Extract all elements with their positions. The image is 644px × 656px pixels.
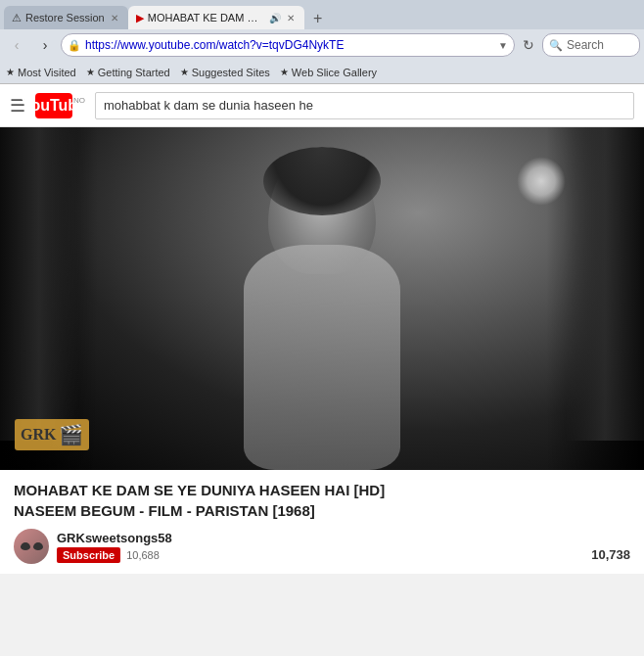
tab-youtube-close[interactable]: ✕ [285,12,297,24]
bookmarks-bar: ★ Most Visited ★ Getting Started ★ Sugge… [0,61,644,84]
bookmark-star-icon-2: ★ [86,67,95,77]
channel-avatar[interactable] [14,529,49,564]
browser-search-bar[interactable]: 🔍 Search [542,33,640,57]
yt-logo-no-text: NO [73,96,85,105]
video-title-line2: NASEEM BEGUM - FILM - PARISTAN [1968] [14,502,315,519]
channel-name-wrap: GRKsweetsongs58 Subscribe 10,688 [57,531,172,563]
watermark: GRK 🎬 [15,419,89,450]
yt-logo[interactable]: You Tube NO [35,93,85,118]
video-title-line1: MOHABAT KE DAM SE YE DUNIYA HASEEN HAI [… [14,482,385,498]
bookmark-star-icon-4: ★ [280,67,289,77]
refresh-button[interactable]: ↻ [518,34,539,56]
subscribe-row: Subscribe 10,688 [57,547,172,563]
browser-chrome: ⚠ Restore Session ✕ ▶ MOHABAT KE DAM SE … [0,0,644,84]
bookmark-most-visited[interactable]: ★ Most Visited [6,67,76,78]
nav-bar: ‹ › 🔒 https://www.youtube.com/watch?v=tq… [0,29,644,61]
tab-youtube[interactable]: ▶ MOHABAT KE DAM SE ... 🔊 ✕ [128,6,304,29]
watermark-film-icon: 🎬 [59,423,83,446]
address-bar[interactable]: 🔒 https://www.youtube.com/watch?v=tqvDG4… [61,33,515,57]
bookmark-getting-started[interactable]: ★ Getting Started [86,67,170,78]
tab-bar: ⚠ Restore Session ✕ ▶ MOHABAT KE DAM SE … [0,0,644,29]
restore-warning-icon: ⚠ [12,12,22,24]
bookmark-star-icon-3: ★ [180,67,189,77]
video-title: MOHABAT KE DAM SE YE DUNIYA HASEEN HAI [… [14,480,630,521]
bookmark-suggested-sites[interactable]: ★ Suggested Sites [180,67,270,78]
channel-row: GRKsweetsongs58 Subscribe 10,688 10,738 [14,529,630,564]
address-text: https://www.youtube.com/watch?v=tqvDG4Ny… [85,38,494,52]
youtube-page: ☰ You Tube NO [0,84,644,574]
moon-glow [517,157,566,206]
speaker-icon[interactable]: 🔊 [269,13,281,23]
bookmark-web-slice-label: Web Slice Gallery [292,67,377,78]
tab-restore-label: Restore Session [25,12,105,23]
bookmark-most-visited-label: Most Visited [18,67,76,78]
youtube-tab-icon: ▶ [136,12,144,24]
subscriber-count: 10,688 [126,549,160,561]
browser-search-icon: 🔍 [549,39,563,52]
video-placeholder [0,127,644,470]
channel-name[interactable]: GRKsweetsongs58 [57,531,172,545]
address-dropdown-icon[interactable]: ▼ [498,40,508,51]
bookmark-star-icon-1: ★ [6,67,15,77]
new-tab-button[interactable]: + [306,8,330,29]
bookmark-getting-started-label: Getting Started [98,67,170,78]
video-container[interactable]: GRK 🎬 [0,127,644,470]
figure-silhouette [195,147,449,470]
subscribe-button[interactable]: Subscribe [57,547,120,563]
tab-restore-close[interactable]: ✕ [109,12,120,24]
avatar-image [14,529,49,564]
yt-logo-box: You Tube [35,93,72,118]
forward-button[interactable]: › [32,32,58,58]
back-button[interactable]: ‹ [4,32,29,58]
tree-left [0,127,78,441]
view-count: 10,738 [591,547,630,564]
yt-logo-you-text: You [22,97,50,115]
yt-search-input[interactable] [95,92,634,119]
tab-restore[interactable]: ⚠ Restore Session ✕ [4,6,128,29]
tab-youtube-label: MOHABAT KE DAM SE ... [148,12,265,23]
browser-search-text: Search [567,38,604,52]
video-info: MOHABAT KE DAM SE YE DUNIYA HASEEN HAI [… [0,470,644,574]
watermark-grk-text: GRK [21,426,56,444]
bookmark-suggested-sites-label: Suggested Sites [192,67,270,78]
yt-header: ☰ You Tube NO [0,84,644,127]
lock-icon: 🔒 [68,39,81,52]
tree-right [566,127,644,441]
bookmark-web-slice[interactable]: ★ Web Slice Gallery [280,67,377,78]
